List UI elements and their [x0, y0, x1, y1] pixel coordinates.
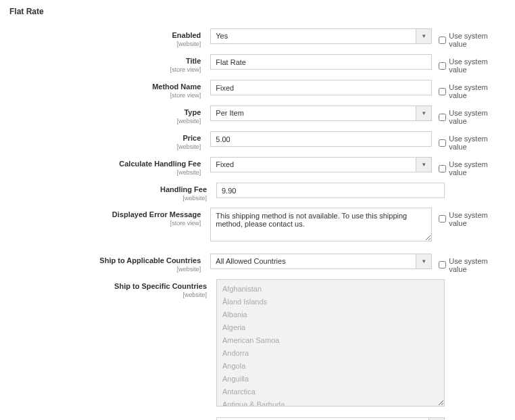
scope-text: [website]	[9, 169, 201, 176]
scope-text: [website]	[9, 118, 201, 124]
scope-text: [website]	[9, 291, 207, 298]
use-system-label: Use system value	[449, 135, 506, 151]
handling-fee-input[interactable]	[216, 183, 445, 198]
label-show-method: Show Method if Not Applicable [website]	[9, 417, 216, 420]
label-text: Title	[9, 57, 201, 66]
country-option[interactable]: Albania	[217, 308, 444, 321]
title-input[interactable]	[210, 54, 432, 70]
country-option[interactable]: Afghanistan	[217, 283, 444, 296]
label-ship-specific: Ship to Specific Countries [website]	[9, 279, 216, 298]
chevron-down-icon: ▼	[416, 157, 432, 172]
method-name-input[interactable]	[210, 80, 432, 95]
scope-text: [website]	[9, 143, 201, 150]
scope-text: [website]	[9, 41, 201, 47]
enabled-select[interactable]: Yes ▼	[210, 28, 432, 44]
price-input[interactable]	[210, 131, 432, 147]
scope-text: [website]	[9, 195, 207, 202]
calc-handling-select[interactable]: Fixed ▼	[210, 157, 432, 172]
row-type: Type [website] Per Item ▼ Use system val…	[9, 106, 506, 125]
label-text: Type	[9, 108, 201, 117]
use-system-label: Use system value	[449, 211, 506, 227]
label-text: Displayed Error Message	[9, 210, 201, 219]
country-option[interactable]: Andorra	[217, 347, 444, 360]
label-text: Enabled	[9, 31, 201, 40]
country-option[interactable]: American Samoa	[217, 334, 444, 347]
show-method-value: No	[216, 417, 445, 420]
row-price: Price [website] Use system value	[9, 131, 506, 151]
row-error-msg: Displayed Error Message [store view] Use…	[9, 208, 506, 243]
label-text: Method Name	[9, 83, 201, 91]
chevron-down-icon: ▼	[428, 417, 445, 420]
method-name-use-system[interactable]: Use system value	[432, 80, 506, 99]
label-price: Price [website]	[9, 131, 210, 150]
enabled-value: Yes	[210, 28, 432, 44]
title-use-system-checkbox[interactable]	[439, 62, 446, 70]
row-ship-applicable: Ship to Applicable Countries [website] A…	[9, 254, 506, 273]
type-use-system[interactable]: Use system value	[432, 106, 506, 125]
label-text: Price	[9, 134, 201, 143]
country-option[interactable]: Angola	[217, 360, 444, 373]
label-type: Type [website]	[9, 106, 210, 124]
label-enabled: Enabled [website]	[9, 28, 210, 47]
row-show-method: Show Method if Not Applicable [website] …	[9, 417, 506, 420]
method-name-use-system-checkbox[interactable]	[439, 88, 446, 95]
error-msg-use-system[interactable]: Use system value	[432, 208, 506, 227]
chevron-down-icon: ▼	[416, 28, 432, 44]
calc-handling-use-system[interactable]: Use system value	[432, 157, 506, 177]
use-system-label: Use system value	[449, 257, 506, 273]
title-use-system[interactable]: Use system value	[432, 54, 506, 74]
type-select[interactable]: Per Item ▼	[210, 106, 432, 121]
label-text: Handling Fee	[9, 185, 207, 194]
chevron-down-icon: ▼	[416, 254, 432, 269]
ship-specific-multiselect[interactable]: Afghanistan Åland Islands Albania Algeri…	[216, 279, 445, 406]
label-text: Ship to Specific Countries	[9, 282, 207, 291]
label-handling-fee: Handling Fee [website]	[9, 183, 216, 202]
label-calc-handling: Calculate Handling Fee [website]	[9, 157, 210, 176]
type-use-system-checkbox[interactable]	[439, 114, 446, 121]
calc-handling-value: Fixed	[210, 157, 432, 172]
country-option[interactable]: Antarctica	[217, 386, 444, 398]
label-title: Title [store view]	[9, 54, 210, 73]
type-value: Per Item	[210, 106, 432, 121]
use-system-label: Use system value	[449, 83, 506, 99]
scope-text: [store view]	[9, 92, 201, 99]
enabled-use-system[interactable]: Use system value	[432, 28, 506, 48]
country-option[interactable]: Åland Islands	[217, 296, 444, 308]
chevron-down-icon: ▼	[416, 106, 432, 121]
scope-text: [store view]	[9, 220, 201, 227]
label-text: Ship to Applicable Countries	[9, 256, 201, 265]
ship-applicable-use-system[interactable]: Use system value	[432, 254, 506, 273]
enabled-use-system-checkbox[interactable]	[439, 37, 446, 44]
row-method-name: Method Name [store view] Use system valu…	[9, 80, 506, 99]
country-option[interactable]: Anguilla	[217, 373, 444, 386]
scope-text: [website]	[9, 266, 201, 273]
use-system-label: Use system value	[449, 109, 506, 125]
row-title: Title [store view] Use system value	[9, 54, 506, 74]
row-enabled: Enabled [website] Yes ▼ Use system value	[9, 28, 506, 48]
show-method-select[interactable]: No ▼	[216, 417, 445, 420]
section-title: Flat Rate	[9, 7, 506, 16]
label-ship-applicable: Ship to Applicable Countries [website]	[9, 254, 210, 273]
row-handling-fee: Handling Fee [website]	[9, 183, 506, 202]
use-system-label: Use system value	[449, 57, 506, 74]
calc-handling-use-system-checkbox[interactable]	[439, 165, 446, 172]
row-calc-handling: Calculate Handling Fee [website] Fixed ▼…	[9, 157, 506, 177]
use-system-label: Use system value	[449, 32, 506, 48]
ship-applicable-use-system-checkbox[interactable]	[439, 261, 446, 269]
scope-text: [store view]	[9, 66, 201, 73]
error-msg-textarea[interactable]	[210, 208, 432, 241]
price-use-system-checkbox[interactable]	[439, 139, 446, 147]
label-error-msg: Displayed Error Message [store view]	[9, 208, 210, 227]
row-ship-specific: Ship to Specific Countries [website] Afg…	[9, 279, 506, 406]
ship-applicable-value: All Allowed Countries	[210, 254, 432, 269]
use-system-label: Use system value	[449, 160, 506, 177]
ship-applicable-select[interactable]: All Allowed Countries ▼	[210, 254, 432, 269]
label-method-name: Method Name [store view]	[9, 80, 210, 99]
country-option[interactable]: Algeria	[217, 321, 444, 334]
error-msg-use-system-checkbox[interactable]	[439, 215, 446, 223]
country-option[interactable]: Antigua & Barbuda	[217, 398, 444, 406]
price-use-system[interactable]: Use system value	[432, 131, 506, 151]
label-text: Calculate Handling Fee	[9, 160, 201, 168]
